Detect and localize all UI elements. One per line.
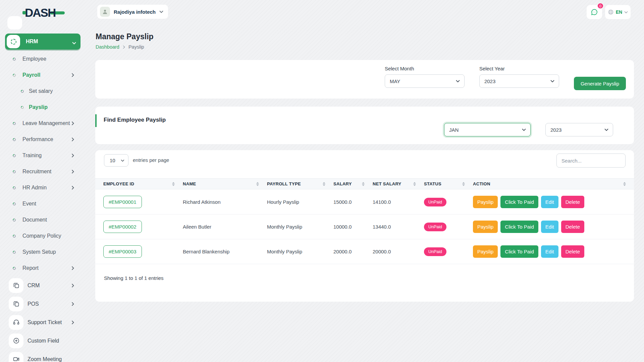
chevron-right-icon <box>71 302 74 306</box>
sidebar-item-company-policy[interactable]: Company Policy <box>0 228 88 244</box>
employee-id-chip[interactable]: #EMP00002 <box>103 221 142 233</box>
cell-actions: PayslipClick To PaidEditDelete <box>469 245 630 258</box>
generate-month-select[interactable]: MAY <box>385 74 465 88</box>
column-header-name[interactable]: NAME <box>179 179 263 189</box>
edit-button[interactable]: Edit <box>541 245 558 258</box>
company-menu[interactable]: Rajodiya infotech <box>97 5 168 19</box>
employee-id-chip[interactable]: #EMP00003 <box>103 245 142 258</box>
entries-per-page-label: entries per page <box>133 157 169 163</box>
search-input[interactable] <box>556 154 626 168</box>
sort-icon[interactable] <box>323 182 325 186</box>
cell-net-salary: 13440.0 <box>369 224 420 230</box>
payslip-table-card: 10 entries per page EMPLOYEE IDNAMEPAYRO… <box>95 150 634 302</box>
sidebar-item-label: Document <box>22 217 47 223</box>
sidebar-item-hrm[interactable]: HRM <box>5 34 80 50</box>
click-to-paid-button[interactable]: Click To Paid <box>500 196 538 208</box>
sort-icon[interactable] <box>413 182 416 186</box>
accent-bar <box>95 114 97 127</box>
sidebar-item-label: Payroll <box>22 72 40 78</box>
breadcrumb: Dashboard Payslip <box>96 44 144 50</box>
column-header-salary[interactable]: SALARY <box>329 179 369 189</box>
column-header-action[interactable]: ACTION <box>469 179 630 189</box>
sidebar-item-custom-field[interactable]: Custom Field <box>0 331 88 350</box>
sidebar-item-support-ticket[interactable]: Support Ticket <box>0 313 88 331</box>
sort-icon[interactable] <box>462 182 465 186</box>
column-header-net-salary[interactable]: NET SALARY <box>369 179 420 189</box>
sidebar-item-label: Custom Field <box>28 338 59 344</box>
sort-icon[interactable] <box>256 182 259 186</box>
plus-circle-icon <box>9 334 23 348</box>
cell-status: UnPaid <box>420 247 469 256</box>
column-label: PAYROLL TYPE <box>267 181 301 186</box>
sort-icon[interactable] <box>623 182 626 186</box>
language-code: EN <box>616 9 622 15</box>
chevron-down-icon <box>624 11 628 13</box>
column-header-employee-id[interactable]: EMPLOYEE ID <box>99 179 179 189</box>
brand-name: DASH <box>25 6 55 19</box>
delete-button[interactable]: Delete <box>561 245 584 258</box>
sidebar-item-crm[interactable]: CRM <box>0 276 88 295</box>
sidebar-item-recruitment[interactable]: Recruitment <box>0 164 88 180</box>
generate-payslip-button[interactable]: Generate Payslip <box>574 77 626 90</box>
column-header-payroll-type[interactable]: PAYROLL TYPE <box>263 179 329 189</box>
sort-icon[interactable] <box>172 182 175 186</box>
sidebar-item-employee[interactable]: Employee <box>0 51 88 67</box>
click-to-paid-button[interactable]: Click To Paid <box>500 245 538 258</box>
page-title: Manage Payslip <box>96 32 154 41</box>
language-selector[interactable]: EN <box>605 5 631 19</box>
payslip-button[interactable]: Payslip <box>473 196 498 208</box>
payslip-button[interactable]: Payslip <box>473 221 498 233</box>
chevron-right-icon <box>71 170 74 174</box>
entries-per-page-select[interactable]: 10 <box>104 154 128 167</box>
edit-button[interactable]: Edit <box>541 221 558 233</box>
brand-logo[interactable]: DASH <box>22 5 65 20</box>
payslip-button[interactable]: Payslip <box>473 245 498 258</box>
generate-year-select[interactable]: 2023 <box>479 74 559 88</box>
delete-button[interactable]: Delete <box>561 221 584 233</box>
sidebar-item-event[interactable]: Event <box>0 196 88 212</box>
sidebar-item-set-salary[interactable]: Set salary <box>0 83 88 99</box>
chevron-right-icon <box>123 45 125 49</box>
sidebar-item-payslip[interactable]: Payslip <box>0 99 88 115</box>
table-row: #EMP00002Aileen ButlerMonthly Payslip100… <box>95 215 634 239</box>
sidebar-item-label: HR Admin <box>22 185 47 191</box>
avatar <box>100 7 110 17</box>
breadcrumb-dashboard-link[interactable]: Dashboard <box>96 44 119 50</box>
chevron-down-icon <box>121 159 124 162</box>
message-count-badge: 0 <box>597 3 604 9</box>
messages-button[interactable]: 0 <box>587 5 602 19</box>
delete-button[interactable]: Delete <box>561 196 584 208</box>
column-label: STATUS <box>424 181 441 186</box>
sidebar-item-label: Event <box>22 201 36 207</box>
cell-name: Aileen Butler <box>179 224 263 230</box>
bullet-icon <box>12 73 16 77</box>
sort-icon[interactable] <box>362 182 365 186</box>
company-name: Rajodiya infotech <box>114 9 156 15</box>
cell-name: Bernard Blankenship <box>179 249 263 254</box>
sidebar-item-leave-management[interactable]: Leave Management <box>0 115 88 131</box>
column-label: ACTION <box>473 181 490 186</box>
logo-dot <box>22 11 26 14</box>
sidebar-item-performance[interactable]: Performance <box>0 131 88 147</box>
sidebar-item-document[interactable]: Document <box>0 212 88 228</box>
sidebar-item-system-setup[interactable]: System Setup <box>0 244 88 260</box>
sidebar-item-report[interactable]: Report <box>0 260 88 276</box>
sidebar-item-zoom-meeting[interactable]: Zoom Meeting <box>0 350 88 362</box>
column-header-status[interactable]: STATUS <box>420 179 469 189</box>
edit-button[interactable]: Edit <box>541 196 558 208</box>
find-year-select[interactable]: 2023 <box>545 123 613 136</box>
cell-payroll-type: Monthly Payslip <box>263 224 329 230</box>
sidebar-item-label: Company Policy <box>22 233 61 239</box>
sidebar-item-hr-admin[interactable]: HR Admin <box>0 180 88 196</box>
chevron-right-icon <box>71 137 74 142</box>
click-to-paid-button[interactable]: Click To Paid <box>500 221 538 233</box>
sidebar-item-payroll[interactable]: Payroll <box>0 67 88 83</box>
find-year-value: 2023 <box>550 127 561 133</box>
find-month-select[interactable]: JAN <box>444 123 531 136</box>
employee-id-chip[interactable]: #EMP00001 <box>103 196 142 208</box>
cell-payroll-type: Monthly Payslip <box>263 249 329 254</box>
sidebar-item-label: CRM <box>28 283 40 289</box>
sidebar-item-pos[interactable]: POS <box>0 295 88 313</box>
sidebar-item-training[interactable]: Training <box>0 147 88 164</box>
sidebar-item-label: Zoom Meeting <box>28 356 62 362</box>
